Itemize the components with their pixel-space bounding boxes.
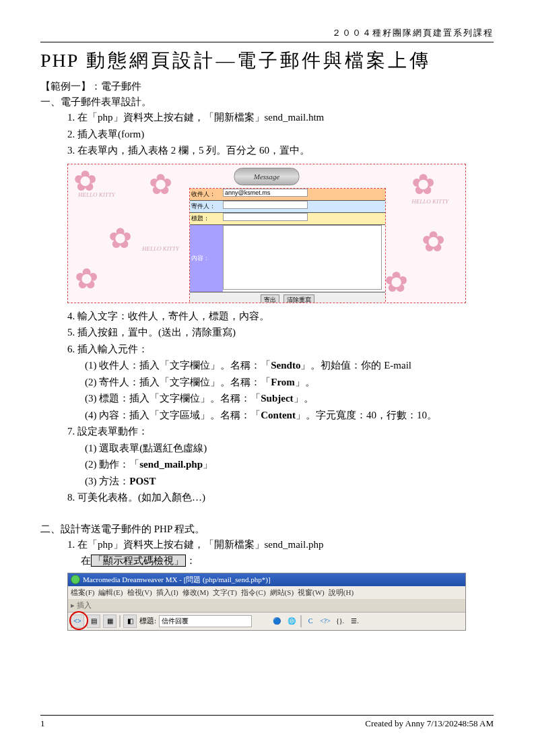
dw-toolbar: <> ▤ ▦ ◧ 標題: 信件回覆 🔵 🌐 C <?> {}. ☰.	[68, 612, 465, 630]
header-divider	[40, 42, 494, 42]
globe-icon[interactable]: 🌐	[286, 615, 298, 627]
example-label: 【範例一】：電子郵件	[40, 80, 494, 93]
row-content: 內容：	[190, 225, 385, 292]
step-1: 1. 在「php」資料夾上按右鍵，「開新檔案」send_mail.htm	[67, 110, 494, 125]
highlight-circle	[69, 611, 88, 630]
label-content: 內容：	[190, 225, 223, 292]
step-1-text: 1. 在「php」資料夾上按右鍵，「開新檔案」	[67, 112, 265, 123]
menu-view[interactable]: 檢視(V)	[127, 588, 152, 598]
row-subject: 標題：	[190, 213, 385, 225]
menu-edit[interactable]: 編輯(E)	[98, 588, 123, 598]
page-title: PHP 動態網頁設計—電子郵件與檔案上傳	[40, 48, 494, 73]
title-php: PHP	[40, 50, 79, 71]
step-2: 2. 插入表單(form)	[67, 127, 494, 142]
menu-window[interactable]: 視窗(W)	[298, 588, 325, 598]
label-subject: 標題：	[190, 213, 223, 224]
hellokitty-text: HELLO KITTY	[411, 198, 448, 205]
s2-step-1b: 在「顯示程式碼檢視」：	[81, 553, 494, 569]
page-footer: 1 Created by Anny 7/13/20248:58 AM	[40, 715, 494, 729]
step-6: 6. 插入輸入元件：	[67, 342, 494, 357]
toolbar-separator	[300, 615, 302, 627]
step-7-3: (3) 方法：POST	[85, 474, 494, 489]
step-6-2: (2) 寄件人：插入「文字欄位」。名稱：「From」。	[85, 375, 494, 390]
s2-step-1: 1. 在「php」資料夾上按右鍵，「開新檔案」send_mail.php	[67, 537, 494, 553]
refresh-icon[interactable]: C	[304, 615, 316, 627]
dw-logo-icon	[71, 575, 80, 584]
input-recipient[interactable]	[223, 189, 308, 197]
flower-decoration	[149, 171, 182, 205]
section-1-list: 1. 在「php」資料夾上按右鍵，「開新檔案」send_mail.htm 2. …	[67, 110, 494, 158]
label-sender: 寄件人：	[190, 201, 223, 212]
row-sender: 寄件人：	[190, 201, 385, 213]
dw-insert-panel[interactable]: ▸ 插入	[68, 599, 465, 612]
design-view-button[interactable]: ▦	[103, 615, 116, 628]
code-view-button-label: 「顯示程式碼檢視」	[91, 555, 186, 567]
code-nav-icon[interactable]: <?>	[319, 615, 331, 627]
form-design-screenshot: HELLO KITTY HELLO KITTY HELLO KITTY Mess…	[67, 164, 466, 303]
step-8: 8. 可美化表格。(如加入顏色…)	[67, 490, 494, 505]
title-label: 標題:	[139, 616, 156, 626]
step-6-sublist: (1) 收件人：插入「文字欄位」。名稱：「Sendto」。初始值：你的 E-ma…	[85, 358, 494, 422]
step-7-1: (1) 選取表單(點選紅色虛線)	[85, 441, 494, 456]
email-form: 收件人： 寄件人： 標題： 內容： 寄出 清除重寫	[189, 188, 386, 303]
step-6-1: (1) 收件人：插入「文字欄位」。名稱：「Sendto」。初始值：你的 E-ma…	[85, 358, 494, 373]
button-row: 寄出 清除重寫	[190, 292, 385, 303]
flower-decoration	[385, 269, 418, 303]
hellokitty-text: HELLO KITTY	[142, 245, 179, 252]
flower-decoration	[422, 228, 455, 262]
reset-button[interactable]: 清除重寫	[283, 294, 314, 303]
label-recipient: 收件人：	[190, 189, 223, 200]
course-header: ２００４種籽團隊網頁建置系列課程	[40, 27, 494, 39]
step-6-4: (4) 內容：插入「文字區域」。名稱：「Content」。字元寬度：40，行數：…	[85, 408, 494, 423]
menu-file[interactable]: 檔案(F)	[71, 588, 94, 598]
dw-title-text: Macromedia Dreamweaver MX - [問題 (php/mai…	[83, 575, 271, 585]
step-7-2: (2) 動作：「send_mail.php」	[85, 457, 494, 472]
step-3: 3. 在表單內，插入表格 2 欄，5 列。百分之 60，置中。	[67, 143, 494, 158]
step-5: 5. 插入按鈕，置中。(送出，清除重寫)	[67, 325, 494, 340]
section-2-list: 1. 在「php」資料夾上按右鍵，「開新檔案」send_mail.php 在「顯…	[67, 537, 494, 569]
step-6-3: (3) 標題：插入「文字欄位」。名稱：「Subject」。	[85, 391, 494, 406]
step-7-sublist: (1) 選取表單(點選紅色虛線) (2) 動作：「send_mail.php」 …	[85, 441, 494, 489]
section-2-heading: 二、設計寄送電子郵件的 PHP 程式。	[40, 523, 494, 536]
menu-modify[interactable]: 修改(M)	[182, 588, 209, 598]
menu-commands[interactable]: 指令(C)	[241, 588, 266, 598]
page-number: 1	[40, 718, 45, 729]
step-4: 4. 輸入文字：收件人，寄件人，標題，內容。	[67, 309, 494, 324]
split-view-button[interactable]: ▤	[87, 615, 100, 628]
toolbar-separator	[119, 615, 121, 627]
menu-text[interactable]: 文字(T)	[213, 588, 237, 598]
section-1-heading: 一、電子郵件表單設計。	[40, 96, 494, 108]
dw-menu-bar: 檔案(F) 編輯(E) 檢視(V) 插入(I) 修改(M) 文字(T) 指令(C…	[68, 586, 465, 599]
textarea-content[interactable]	[223, 225, 382, 290]
dw-title-bar: Macromedia Dreamweaver MX - [問題 (php/mai…	[68, 573, 465, 586]
input-subject[interactable]	[223, 213, 308, 221]
flower-decoration	[75, 265, 108, 299]
braces-icon[interactable]: {}.	[334, 615, 346, 627]
input-sender[interactable]	[223, 201, 308, 209]
footer-credit: Created by Anny 7/13/20248:58 AM	[365, 718, 494, 729]
menu-insert[interactable]: 插入(I)	[156, 588, 178, 598]
title-input[interactable]: 信件回覆	[159, 615, 252, 627]
title-rest: 動態網頁設計—電子郵件與檔案上傳	[79, 50, 431, 71]
message-banner: Message	[234, 168, 300, 185]
section-1-list-cont: 4. 輸入文字：收件人，寄件人，標題，內容。 5. 插入按鈕，置中。(送出，清除…	[67, 309, 494, 505]
menu-site[interactable]: 網站(S)	[270, 588, 294, 598]
row-recipient: 收件人：	[190, 189, 385, 201]
step-1-code: send_mail.htm	[265, 112, 325, 123]
browser-preview-icon[interactable]: 🔵	[271, 615, 283, 627]
options-icon[interactable]: ☰.	[349, 615, 361, 627]
flower-decoration	[108, 225, 142, 259]
dreamweaver-screenshot: Macromedia Dreamweaver MX - [問題 (php/mai…	[67, 573, 466, 631]
live-view-button[interactable]: ◧	[123, 615, 137, 628]
submit-button[interactable]: 寄出	[261, 294, 279, 303]
menu-help[interactable]: 說明(H)	[329, 588, 354, 598]
step-7: 7. 設定表單動作：	[67, 424, 494, 439]
hellokitty-text: HELLO KITTY	[78, 191, 115, 198]
